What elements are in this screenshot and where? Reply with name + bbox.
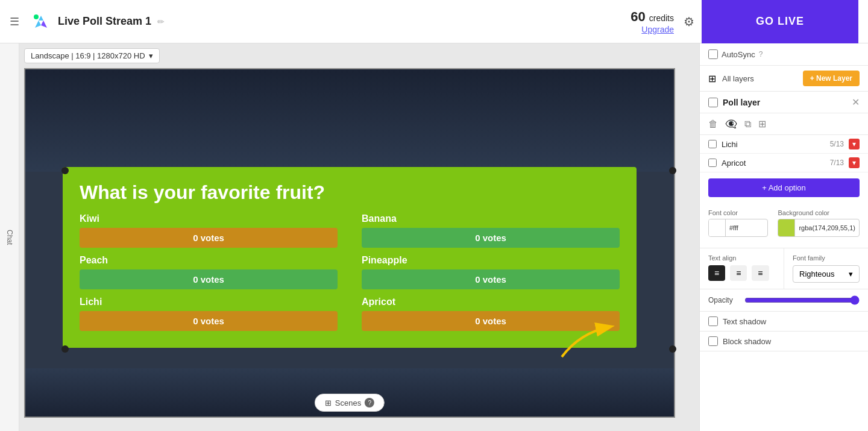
- align-center-button[interactable]: ≡: [730, 265, 747, 281]
- opacity-row: Opacity: [708, 295, 860, 305]
- scenes-label: Scenes: [335, 398, 361, 407]
- block-shadow-checkbox[interactable]: [708, 336, 718, 346]
- drag-handle-tl[interactable]: [61, 167, 69, 174]
- list-item: Banana 0 votes: [362, 213, 620, 248]
- text-shadow-row[interactable]: Text shadow: [708, 316, 860, 326]
- opacity-slider[interactable]: [744, 295, 860, 305]
- text-align-label: Text align: [708, 254, 775, 262]
- option-checkbox-lichi[interactable]: [708, 140, 717, 148]
- aspect-ratio-label: Landscape | 16:9 | 1280x720 HD: [31, 51, 145, 60]
- drag-handle-bl[interactable]: [61, 345, 69, 353]
- bg-color-swatch: [778, 219, 795, 236]
- list-item: Apricot 7/13 ▾: [700, 154, 868, 172]
- poll-overlay[interactable]: What is your favorite fruit? Kiwi 0 vote…: [63, 167, 637, 348]
- text-shadow-label: Text shadow: [723, 317, 766, 326]
- align-left-button[interactable]: ≡: [708, 265, 725, 281]
- opacity-section: Opacity: [700, 289, 868, 312]
- poll-title: What is your favorite fruit?: [80, 181, 620, 204]
- credits-label: credits: [649, 13, 674, 23]
- settings-button[interactable]: ⚙: [684, 14, 694, 29]
- edit-icon[interactable]: ✏: [157, 17, 165, 27]
- block-shadow-label: Block shadow: [723, 337, 771, 346]
- option-name-apricot: Apricot: [722, 159, 825, 168]
- option-bar-peach: 0 votes: [80, 269, 338, 289]
- option-label: Kiwi: [80, 213, 338, 224]
- layout-button[interactable]: ⊞: [758, 118, 766, 130]
- go-live-button[interactable]: GO LIVE: [702, 0, 858, 43]
- bg-color-label: Background color: [778, 209, 860, 216]
- chat-panel[interactable]: Chat: [0, 43, 19, 431]
- option-checkbox-apricot[interactable]: [708, 159, 717, 167]
- hide-button[interactable]: 👁‍🗨: [725, 118, 737, 130]
- menu-icon[interactable]: ☰: [10, 15, 19, 28]
- delete-button[interactable]: 🗑: [708, 119, 718, 130]
- font-dropdown-arrow-icon: ▾: [849, 269, 853, 278]
- chat-label: Chat: [5, 230, 14, 245]
- close-icon[interactable]: ✕: [852, 96, 860, 108]
- text-align-section: Text align ≡ ≡ ≡: [700, 248, 784, 289]
- option-label: Banana: [362, 213, 620, 224]
- font-color-input[interactable]: #fff: [708, 219, 768, 237]
- option-bar-apricot: 0 votes: [362, 311, 620, 331]
- option-name-lichi: Lichi: [722, 140, 825, 149]
- option-label: Peach: [80, 255, 338, 266]
- option-count-apricot: 7/13: [830, 159, 844, 167]
- option-label: Pineapple: [362, 255, 620, 266]
- option-expand-lichi[interactable]: ▾: [849, 139, 860, 149]
- svg-rect-0: [30, 11, 52, 33]
- font-color-value: #fff: [726, 224, 767, 231]
- text-shadow-checkbox[interactable]: [708, 316, 718, 326]
- font-family-value: Righteous: [799, 269, 835, 278]
- list-item: Lichi 5/13 ▾: [700, 135, 868, 154]
- canvas-area: Landscape | 16:9 | 1280x720 HD ▾ What is…: [19, 43, 699, 431]
- autosync-checkbox[interactable]: [708, 49, 718, 59]
- main-area: Chat Landscape | 16:9 | 1280x720 HD ▾ Wh…: [0, 43, 868, 431]
- list-item: Lichi 0 votes: [80, 297, 338, 331]
- scenes-button[interactable]: ⊞ Scenes ?: [315, 394, 385, 412]
- block-shadow-row[interactable]: Block shadow: [708, 336, 860, 346]
- canvas-dark-top: [25, 69, 674, 172]
- svg-point-3: [34, 14, 39, 19]
- new-layer-button[interactable]: + New Layer: [803, 71, 860, 86]
- add-option-button[interactable]: + Add option: [708, 178, 860, 197]
- autosync-help-icon: ?: [759, 50, 763, 58]
- poll-layer-checkbox[interactable]: [708, 98, 718, 107]
- align-right-button[interactable]: ≡: [752, 265, 769, 281]
- drag-handle-br[interactable]: [669, 345, 676, 353]
- drag-handle-tr[interactable]: [669, 167, 676, 174]
- autosync-row: AutoSync ?: [700, 43, 868, 66]
- align-row: ≡ ≡ ≡: [708, 265, 775, 281]
- poll-options: Kiwi 0 votes Banana 0 votes Peach 0 vote…: [80, 213, 620, 331]
- text-shadow-section: Text shadow: [700, 312, 868, 332]
- bg-color-value: rgba(174,209,55,1): [795, 224, 859, 231]
- aspect-ratio-select[interactable]: Landscape | 16:9 | 1280x720 HD ▾: [24, 48, 160, 63]
- text-align-font-section: Text align ≡ ≡ ≡ Font family Righteous ▾: [700, 248, 868, 289]
- canvas-frame: What is your favorite fruit? Kiwi 0 vote…: [24, 68, 675, 418]
- layers-icon: ⊞: [708, 73, 716, 84]
- app-logo: [30, 11, 52, 33]
- header: ☰ Live Poll Stream 1 ✏ 60 credits Upgrad…: [0, 0, 868, 43]
- option-bar-pineapple: 0 votes: [362, 269, 620, 289]
- font-color-group: Font color #fff: [708, 209, 768, 237]
- font-color-swatch: [709, 219, 726, 236]
- option-count-lichi: 5/13: [830, 140, 844, 148]
- list-item: Pineapple 0 votes: [362, 255, 620, 289]
- upgrade-link[interactable]: Upgrade: [641, 25, 674, 34]
- copy-button[interactable]: ⧉: [744, 119, 751, 130]
- font-family-label: Font family: [793, 254, 860, 262]
- bg-color-input[interactable]: rgba(174,209,55,1): [778, 219, 860, 237]
- list-item: Apricot 0 votes: [362, 297, 620, 331]
- option-expand-apricot[interactable]: ▾: [849, 157, 860, 168]
- credits-section: 60 credits Upgrade: [631, 9, 674, 34]
- header-left: ☰ Live Poll Stream 1 ✏: [10, 11, 631, 33]
- opacity-label: Opacity: [708, 296, 738, 304]
- color-section: Font color #fff Background color rgba(17…: [700, 203, 868, 248]
- block-shadow-section: Block shadow: [700, 332, 868, 351]
- autosync-label[interactable]: AutoSync ?: [708, 49, 763, 59]
- layers-row: ⊞ All layers + New Layer: [700, 66, 868, 92]
- poll-layer-title: Poll layer: [723, 98, 847, 107]
- option-label: Lichi: [80, 297, 338, 307]
- font-family-select[interactable]: Righteous ▾: [793, 265, 860, 283]
- list-item: Peach 0 votes: [80, 255, 338, 289]
- option-bar-banana: 0 votes: [362, 228, 620, 248]
